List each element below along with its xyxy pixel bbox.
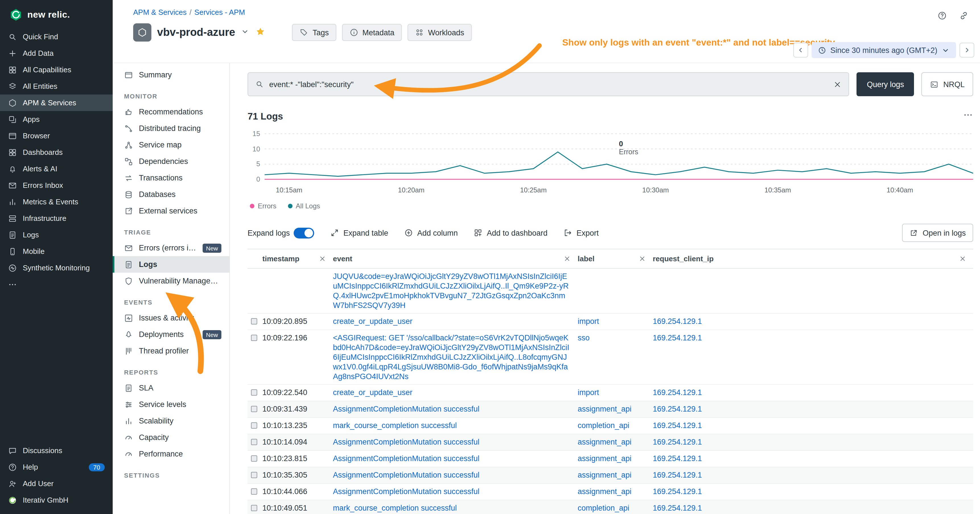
event-link[interactable]: create_or_update_user [333,388,571,397]
event-link[interactable]: <ASGIRequest: GET '/sso/callback/?state=… [333,333,571,381]
sidebar-item-apm-services[interactable]: APM & Services [0,94,113,111]
subnav-item-issues-activity[interactable]: Issues & activity [113,310,229,326]
legend-errors[interactable]: Errors [250,202,276,210]
sidebar-item-alerts-ai[interactable]: Alerts & AI [0,161,113,177]
row-expand-toggle[interactable] [251,318,257,325]
row-expand-toggle[interactable] [251,389,257,396]
breadcrumb-link-services[interactable]: Services - APM [194,8,245,16]
label-link[interactable]: import [578,388,646,397]
event-link[interactable]: AssignmentCompletionMutation successful [333,470,571,480]
label-link[interactable]: assignment_api [578,454,646,463]
favorite-star-icon[interactable] [255,26,266,39]
event-link[interactable]: AssignmentCompletionMutation successful [333,454,571,463]
event-link[interactable]: AssignmentCompletionMutation successful [333,404,571,414]
subnav-item-recommendations[interactable]: Recommendations [113,103,229,120]
request-client-ip-link[interactable]: 169.254.129.1 [653,470,966,480]
remove-column-icon[interactable] [563,255,571,263]
add-column-button[interactable]: Add column [404,228,458,237]
time-back-button[interactable] [793,43,808,57]
tags-button[interactable]: Tags [292,24,336,41]
sidebar-item-errors-inbox[interactable]: Errors Inbox [0,177,113,194]
request-client-ip-link[interactable]: 169.254.129.1 [653,437,966,447]
copy-link-button[interactable] [955,7,972,24]
table-row[interactable]: 10:10:49.051mark_course_completion succe… [248,500,973,514]
subnav-item-transactions[interactable]: Transactions [113,170,229,186]
label-link[interactable]: sso [578,333,646,343]
log-query-box[interactable] [248,72,849,96]
new-relic-logo[interactable]: new relic. [0,0,113,29]
table-row[interactable]: 10:10:14.094AssignmentCompletionMutation… [248,434,973,451]
row-expand-toggle[interactable] [251,505,257,511]
label-link[interactable]: completion_api [578,503,646,513]
event-link[interactable]: create_or_update_user [333,317,571,326]
remove-column-icon[interactable] [638,255,646,263]
row-expand-toggle[interactable] [251,422,257,429]
request-client-ip-link[interactable]: 169.254.129.1 [653,487,966,496]
request-client-ip-link[interactable]: 169.254.129.1 [653,388,966,397]
table-row[interactable]: 10:09:31.439AssignmentCompletionMutation… [248,401,973,418]
table-row[interactable]: 10:10:35.305AssignmentCompletionMutation… [248,467,973,484]
sidebar-item-more[interactable] [0,276,113,293]
sidebar-item-all-entities[interactable]: All Entities [0,78,113,94]
event-link[interactable]: mark_course_completion successful [333,503,571,513]
subnav-item-thread-profiler[interactable]: Thread profiler [113,343,229,359]
expand-logs-toggle[interactable] [294,228,315,238]
sidebar-item-all-capabilities[interactable]: All Capabilities [0,62,113,78]
sidebar-item-apps[interactable]: Apps [0,111,113,127]
clear-query-button[interactable] [833,80,842,89]
workloads-button[interactable]: Workloads [407,24,471,41]
event-link[interactable]: JUQVU&code=eyJraWQiOiJjcGltY29yZV8wOTl1M… [333,272,571,310]
sidebar-item-dashboards[interactable]: Dashboards [0,144,113,161]
label-link[interactable]: completion_api [578,421,646,430]
chart-plot-area[interactable]: 0 Errors [265,128,973,185]
request-client-ip-link[interactable]: 169.254.129.1 [653,421,966,430]
label-link[interactable]: assignment_api [578,470,646,480]
sidebar-item-quick-find[interactable]: Quick Find [0,29,113,45]
event-link[interactable]: AssignmentCompletionMutation successful [333,437,571,447]
label-link[interactable]: assignment_api [578,487,646,496]
remove-column-icon[interactable] [319,255,326,263]
help-button[interactable] [933,7,950,24]
sidebar-item-browser[interactable]: Browser [0,127,113,144]
table-row[interactable]: JUQVU&code=eyJraWQiOiJjcGltY29yZV8wOTl1M… [248,269,973,313]
subnav-item-distributed-tracing[interactable]: Distributed tracing [113,120,229,137]
table-row[interactable]: 10:10:13.235mark_course_completion succe… [248,418,973,434]
request-client-ip-link[interactable]: 169.254.129.1 [653,503,966,513]
request-client-ip-link[interactable]: 169.254.129.1 [653,404,966,414]
table-row[interactable]: 10:09:22.540create_or_update_userimport1… [248,385,973,401]
subnav-item-external-services[interactable]: External services [113,203,229,219]
subnav-item-service-map[interactable]: Service map [113,137,229,153]
entity-switcher-caret-icon[interactable] [241,27,250,38]
row-expand-toggle[interactable] [251,455,257,461]
sidebar-item-discussions[interactable]: Discussions [0,442,113,459]
add-to-dashboard-button[interactable]: Add to dashboard [474,228,547,237]
time-forward-button[interactable] [959,43,974,57]
subnav-item-errors-errors-inb[interactable]: Errors (errors inb...New [113,240,229,256]
sidebar-item-add-user[interactable]: Add User [0,475,113,492]
header-event[interactable]: event [333,255,578,263]
row-expand-toggle[interactable] [251,335,257,341]
subnav-item-scalability[interactable]: Scalability [113,413,229,429]
sidebar-item-metrics-events[interactable]: Metrics & Events [0,194,113,210]
request-client-ip-link[interactable]: 169.254.129.1 [653,333,966,343]
sidebar-item-add-data[interactable]: Add Data [0,45,113,62]
label-link[interactable]: assignment_api [578,437,646,447]
header-request-client-ip[interactable]: request_client_ip [653,255,973,263]
time-picker[interactable]: Since 30 minutes ago (GMT+2) [811,42,956,58]
sidebar-item-help[interactable]: Help70 [0,459,113,475]
subnav-item-capacity[interactable]: Capacity [113,429,229,446]
event-link[interactable]: AssignmentCompletionMutation successful [333,487,571,496]
remove-column-icon[interactable] [959,255,966,263]
table-row[interactable]: 10:10:44.066AssignmentCompletionMutation… [248,484,973,500]
subnav-item-deployments[interactable]: DeploymentsNew [113,326,229,343]
subnav-item-service-levels[interactable]: Service levels [113,396,229,413]
request-client-ip-link[interactable]: 169.254.129.1 [653,454,966,463]
metadata-button[interactable]: Metadata [342,24,402,41]
label-link[interactable]: import [578,317,646,326]
subnav-item-dependencies[interactable]: Dependencies [113,153,229,170]
subnav-item-databases[interactable]: Databases [113,186,229,203]
request-client-ip-link[interactable]: 169.254.129.1 [653,317,966,326]
sidebar-item-mobile[interactable]: Mobile [0,243,113,259]
subnav-item-vulnerability-management[interactable]: Vulnerability Management [113,273,229,289]
subnav-item-sla[interactable]: SLA [113,380,229,396]
